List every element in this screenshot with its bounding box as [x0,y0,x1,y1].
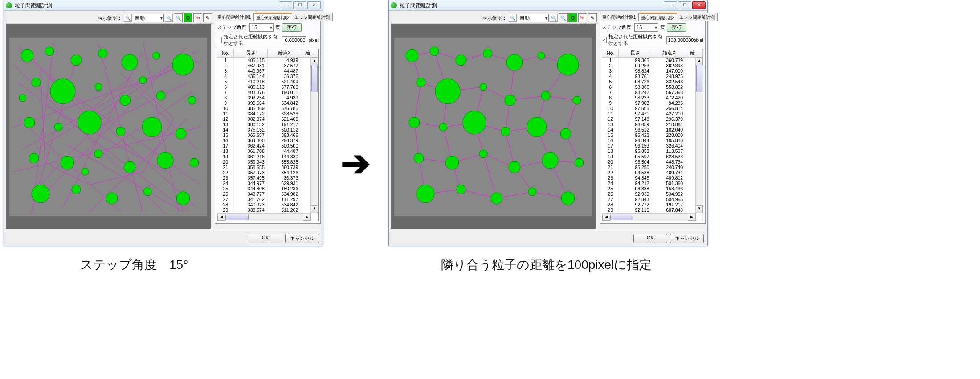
col-start[interactable]: 始... [301,49,318,58]
table-row[interactable]: 11384.172628.523 [217,111,318,116]
table-row[interactable]: 17362.424500.500 [217,143,318,148]
distance-value-field[interactable]: 0.000000 [282,36,306,44]
table-row[interactable]: 9390.664534.842 [217,100,318,106]
table-row[interactable]: 598.726332.543 [602,79,703,84]
table-row[interactable]: 22357.973354.126 [217,170,318,175]
edit-tool[interactable]: ✎ [203,13,212,22]
vertical-scrollbar[interactable]: ▲ ▼ [695,57,703,213]
table-row[interactable]: 2394.345489.812 [602,175,703,181]
table-row[interactable]: 1696.344195.880 [602,138,703,143]
col-length[interactable]: 長さ [619,49,652,58]
tab-edge[interactable]: エッジ間距離計測 [292,13,333,21]
table-row[interactable]: 13380.132191.217 [217,122,318,127]
zoom-select[interactable]: 自動 [133,14,164,22]
col-startx[interactable]: 始点X [652,49,686,58]
zoom-in-icon[interactable]: 🔍 [550,14,558,22]
table-row[interactable]: 2494.212501.360 [602,181,703,186]
horizontal-scrollbar[interactable]: ◀ ▶ [217,213,311,221]
label-toggle-button[interactable]: ²₁₃ [193,13,202,22]
table-row[interactable]: 14375.132600.112 [217,127,318,132]
tab-centroid-1[interactable]: 重心間距離計測1 [600,13,639,21]
table-row[interactable]: 1895.852113.527 [602,148,703,154]
table-row[interactable]: 1796.153326.404 [602,143,703,148]
ok-button[interactable]: OK [633,234,667,243]
particle-view-button[interactable]: O [184,13,192,22]
vertical-scrollbar[interactable]: ▲ ▼ [310,57,318,213]
table-row[interactable]: 898.223472.420 [602,95,703,100]
cancel-button[interactable]: キャンセル [670,234,704,243]
table-row[interactable]: 798.242567.368 [602,90,703,95]
tab-edge[interactable]: エッジ間距離計測 [677,13,718,21]
table-row[interactable]: 1297.148296.379 [602,116,703,122]
table-row[interactable]: 29338.674511.262 [217,207,318,213]
table-row[interactable]: 28340.923534.842 [217,202,318,207]
table-row[interactable]: 19361.216144.330 [217,154,318,159]
table-row[interactable]: 16364.300296.379 [217,138,318,143]
titlebar[interactable]: 粒子間距離計測 — ☐ ✕ [4,0,323,11]
table-row[interactable]: 498.761248.975 [602,74,703,79]
table-row[interactable]: 2195.250240.740 [602,165,703,170]
table-row[interactable]: 997.90394.285 [602,100,703,106]
horizontal-scrollbar[interactable]: ◀ ▶ [602,213,696,221]
table-row[interactable]: 299.253362.893 [602,63,703,68]
table-row[interactable]: 5410.218521.409 [217,79,318,84]
ok-button[interactable]: OK [249,234,282,243]
zoom-out-icon[interactable]: 🔍 [124,14,132,22]
tab-centroid-2[interactable]: 重心間距離計測2 [638,13,678,21]
step-angle-select[interactable]: 15 [634,23,658,32]
col-startx[interactable]: 始点X [267,49,301,58]
table-row[interactable]: 8393.2544.939 [217,95,318,100]
enable-distance-checkbox[interactable]: ✓ [602,37,607,43]
table-row[interactable]: 6405.113577.700 [217,84,318,90]
col-length[interactable]: 長さ [234,49,267,58]
maximize-button[interactable]: ☐ [293,1,306,9]
minimize-button[interactable]: — [664,1,677,9]
zoom-select[interactable]: 自動 [518,14,549,22]
table-row[interactable]: 1197.471427.210 [602,111,703,116]
table-row[interactable]: 1496.512182.040 [602,127,703,132]
enable-distance-checkbox[interactable] [217,37,222,43]
label-toggle-button[interactable]: ²₁₃ [578,13,587,22]
table-row[interactable]: 25344.808150.236 [217,186,318,191]
table-row[interactable]: 15365.657393.466 [217,132,318,138]
image-viewport[interactable] [6,24,211,229]
edit-tool[interactable]: ✎ [588,13,597,22]
distance-value-field[interactable]: 100.000000 [666,36,691,44]
table-row[interactable]: 2095.504448.734 [602,159,703,165]
close-button[interactable]: ✕ [692,1,706,9]
cancel-button[interactable]: キャンセル [285,234,319,243]
table-row[interactable]: 199.365360.739 [602,58,703,63]
table-row[interactable]: 2467.93137.577 [217,63,318,68]
table-row[interactable]: 23357.49536.376 [217,175,318,181]
table-row[interactable]: 18361.70844.487 [217,148,318,154]
table-row[interactable]: 12382.874521.409 [217,116,318,122]
tab-centroid-2[interactable]: 重心間距離計測2 [253,13,293,21]
image-viewport[interactable] [391,24,596,229]
table-row[interactable]: 27341.762111.297 [217,197,318,202]
tab-centroid-1[interactable]: 重心間距離計測1 [215,13,254,21]
table-row[interactable]: 2692.939534.982 [602,191,703,197]
table-row[interactable]: 1485.1154.939 [217,58,318,63]
col-no[interactable]: No. [217,49,234,58]
step-angle-select[interactable]: 15 [249,23,274,32]
titlebar[interactable]: 粒子間距離計測 — ☐ ✕ [389,0,707,11]
execute-button[interactable]: 実行 [667,23,686,32]
table-row[interactable]: 698.385553.852 [602,84,703,90]
table-row[interactable]: 21358.655360.739 [217,165,318,170]
table-row[interactable]: 2593.838158.436 [602,186,703,191]
table-row[interactable]: 26343.777534.982 [217,191,318,197]
table-row[interactable]: 24344.977629.931 [217,181,318,186]
table-row[interactable]: 1596.422228.000 [602,132,703,138]
table-row[interactable]: 2992.110607.048 [602,207,703,213]
minimize-button[interactable]: — [279,1,292,9]
table-row[interactable]: 7403.376190.011 [217,90,318,95]
table-row[interactable]: 398.824147.000 [602,68,703,74]
table-row[interactable]: 10385.869576.785 [217,106,318,111]
col-no[interactable]: No. [602,49,619,58]
magnify-tool[interactable]: 🔍 [559,13,568,22]
table-row[interactable]: 2892.772191.217 [602,202,703,207]
table-row[interactable]: 1097.555256.814 [602,106,703,111]
particle-view-button[interactable]: O [568,13,577,22]
table-row[interactable]: 4436.14436.376 [217,74,318,79]
close-button[interactable]: ✕ [307,1,321,9]
